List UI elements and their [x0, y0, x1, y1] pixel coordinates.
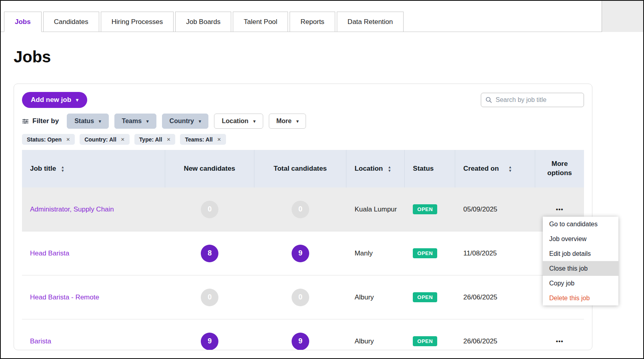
app-window: Jobs Candidates Hiring Processes Job Boa…	[0, 0, 644, 359]
new-candidates-badge: 9	[201, 333, 218, 350]
job-title-link[interactable]: Administrator, Supply Chain	[30, 205, 114, 213]
column-label: New candidates	[184, 165, 235, 173]
add-new-job-label: Add new job	[31, 96, 71, 104]
add-new-job-button[interactable]: Add new job ▾	[22, 92, 87, 108]
created-on-cell: 26/06/2025	[455, 275, 535, 319]
column-label: Created on	[463, 165, 499, 173]
column-header-job-title[interactable]: Job title ▲▼	[22, 150, 165, 187]
tab-job-boards[interactable]: Job Boards	[175, 12, 231, 32]
job-title-link[interactable]: Head Barista - Remote	[30, 293, 99, 301]
menu-item-delete-this-job[interactable]: Delete this job	[543, 291, 618, 305]
chevron-down-icon: ▾	[253, 119, 256, 124]
chevron-down-icon: ▾	[296, 119, 299, 124]
chip-status-open: Status: Open ✕	[22, 134, 75, 145]
column-header-location[interactable]: Location ▲▼	[346, 150, 405, 187]
tab-candidates[interactable]: Candidates	[43, 12, 99, 32]
chevron-down-icon: ▾	[99, 119, 101, 124]
total-candidates-badge: 0	[292, 289, 309, 306]
location-cell: Kuala Lumpur	[346, 187, 405, 231]
filter-button-location-label: Location	[222, 118, 248, 125]
background-strip	[602, 1, 643, 32]
tab-reports[interactable]: Reports	[290, 12, 335, 32]
column-header-more-options: More options	[535, 150, 584, 187]
menu-item-go-to-candidates[interactable]: Go to candidates	[543, 217, 618, 231]
search-input[interactable]	[496, 96, 580, 104]
table-row: Administrator, Supply Chain 0 0 Kuala Lu…	[22, 187, 584, 231]
column-label: Status	[413, 165, 434, 173]
table-header-row: Job title ▲▼ New candidates Total candid…	[22, 150, 584, 187]
chip-teams-all: Teams: All ✕	[180, 134, 226, 145]
sort-icon: ▲▼	[61, 166, 64, 172]
new-candidates-badge: 8	[201, 245, 218, 262]
status-badge: OPEN	[413, 292, 437, 302]
location-cell: Albury	[346, 275, 405, 319]
close-icon[interactable]: ✕	[166, 137, 170, 142]
menu-item-edit-job-details[interactable]: Edit job details	[543, 246, 618, 261]
search-icon	[485, 96, 492, 104]
chevron-down-icon: ▾	[199, 119, 201, 124]
filter-sliders-icon	[22, 118, 29, 125]
table-row: Head Barista 8 9 Manly OPEN 11/08/2025 •…	[22, 231, 584, 275]
filter-button-status[interactable]: Status ▾	[67, 114, 108, 129]
search-box	[481, 93, 584, 107]
filter-by: Filter by	[22, 117, 59, 125]
filter-button-teams-label: Teams	[122, 118, 142, 125]
close-icon[interactable]: ✕	[217, 137, 221, 142]
filter-button-location[interactable]: Location ▾	[214, 114, 263, 129]
close-icon[interactable]: ✕	[121, 137, 125, 142]
chevron-down-icon: ▾	[76, 97, 78, 103]
page-title: Jobs	[14, 48, 630, 66]
location-cell: Manly	[346, 231, 405, 275]
filter-button-more-label: More	[276, 118, 292, 125]
new-candidates-badge: 0	[201, 201, 218, 218]
menu-item-close-this-job[interactable]: Close this job	[543, 261, 618, 276]
filter-button-more[interactable]: More ▾	[269, 114, 306, 129]
tab-hiring-processes[interactable]: Hiring Processes	[101, 12, 174, 32]
total-candidates-badge: 0	[292, 201, 309, 218]
column-header-status: Status	[405, 150, 455, 187]
column-label: Total candidates	[274, 165, 327, 173]
menu-item-copy-job[interactable]: Copy job	[543, 276, 618, 291]
jobs-card: Add new job ▾	[14, 84, 592, 350]
filter-row: Filter by Status ▾ Teams ▾ Country ▾ Loc…	[22, 114, 584, 129]
chip-country-all: Country: All ✕	[80, 134, 130, 145]
card-toolbar: Add new job ▾	[22, 92, 584, 108]
main-tabbar: Jobs Candidates Hiring Processes Job Boa…	[1, 1, 602, 32]
created-on-cell: 05/09/2025	[455, 187, 535, 231]
job-title-link[interactable]: Barista	[30, 337, 51, 345]
menu-item-job-overview[interactable]: Job overview	[543, 231, 618, 246]
chevron-down-icon: ▾	[146, 119, 149, 124]
chip-label: Status: Open	[27, 136, 62, 143]
column-header-new-candidates: New candidates	[165, 150, 254, 187]
location-cell: Albury	[346, 319, 405, 350]
total-candidates-badge: 9	[292, 333, 309, 350]
chip-label: Country: All	[84, 136, 116, 143]
column-header-total-candidates: Total candidates	[254, 150, 347, 187]
close-icon[interactable]: ✕	[66, 137, 70, 142]
new-candidates-badge: 0	[201, 289, 218, 306]
table-row: Barista 9 9 Albury OPEN 26/06/2025 •••	[22, 319, 584, 350]
sort-icon: ▲▼	[388, 166, 391, 172]
tab-talent-pool[interactable]: Talent Pool	[233, 12, 288, 32]
chip-type-all: Type: All ✕	[134, 134, 176, 145]
tab-data-retention[interactable]: Data Retention	[337, 12, 404, 32]
tab-jobs[interactable]: Jobs	[4, 12, 42, 32]
created-on-cell: 11/08/2025	[455, 231, 535, 275]
column-label: Job title	[30, 165, 56, 173]
sort-icon: ▲▼	[508, 166, 512, 172]
filter-button-country[interactable]: Country ▾	[162, 114, 209, 129]
status-badge: OPEN	[413, 336, 437, 346]
row-context-menu: Go to candidates Job overview Edit job d…	[543, 217, 618, 305]
job-title-link[interactable]: Head Barista	[30, 249, 69, 257]
chip-label: Teams: All	[185, 136, 212, 143]
filter-button-teams[interactable]: Teams ▾	[114, 114, 156, 129]
filter-by-label: Filter by	[32, 117, 59, 125]
chip-label: Type: All	[139, 136, 162, 143]
row-actions-button[interactable]: •••	[556, 206, 564, 213]
column-label: Location	[354, 165, 383, 173]
total-candidates-badge: 9	[292, 245, 309, 262]
column-header-created-on[interactable]: Created on ▲▼	[455, 150, 535, 187]
row-actions-button[interactable]: •••	[556, 338, 564, 345]
filter-button-country-label: Country	[170, 118, 194, 125]
jobs-table: Job title ▲▼ New candidates Total candid…	[22, 150, 584, 350]
